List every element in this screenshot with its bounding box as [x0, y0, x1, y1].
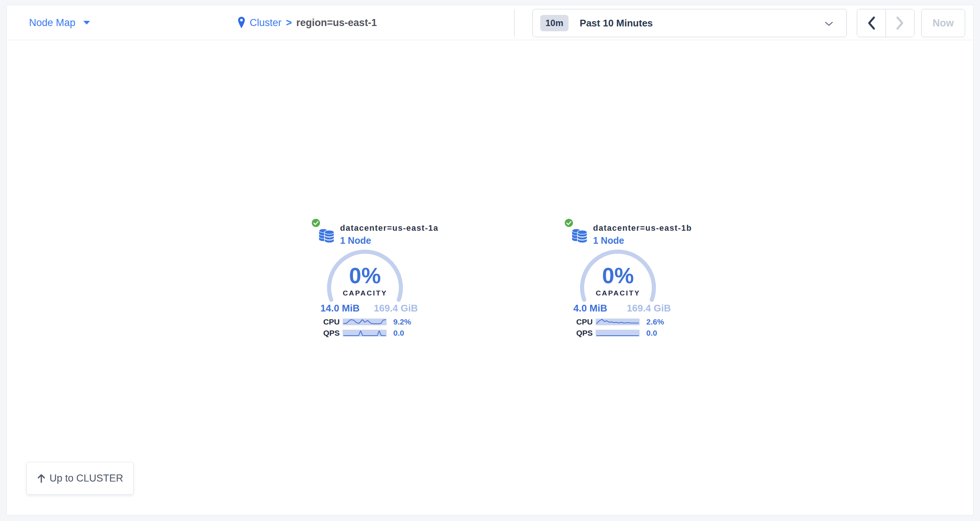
chevron-left-icon: [867, 16, 876, 30]
cpu-label: CPU: [298, 317, 340, 327]
breadcrumb-separator: >: [286, 17, 292, 29]
up-to-cluster-label: Up to CLUSTER: [49, 473, 123, 484]
cpu-metric-row: CPU 2.6%: [551, 317, 685, 327]
cpu-label: CPU: [551, 317, 593, 327]
cpu-sparkline: [596, 319, 640, 325]
capacity-total-value: 169.4 GiB: [627, 303, 671, 313]
qps-sparkline: [343, 330, 387, 336]
capacity-values-row: 4.0 MiB 169.4 GiB: [573, 303, 671, 313]
cpu-value: 9.2%: [393, 317, 411, 327]
view-switcher-label: Node Map: [29, 17, 76, 29]
arrow-up-icon: [37, 473, 46, 483]
breadcrumb: Cluster > region=us-east-1: [238, 5, 377, 40]
capacity-percentage: 0%: [298, 264, 432, 288]
up-to-cluster-button[interactable]: Up to CLUSTER: [26, 462, 134, 495]
cpu-metric-row: CPU 9.2%: [298, 317, 432, 327]
datacenter-title: datacenter=us-east-1b: [593, 223, 692, 233]
capacity-values-row: 14.0 MiB 169.4 GiB: [320, 303, 418, 313]
qps-metric-row: QPS 0.0: [298, 328, 432, 338]
datacenter-title: datacenter=us-east-1a: [340, 223, 438, 233]
qps-value: 0.0: [393, 328, 404, 338]
map-header: Node Map Cluster > region=us-east-1 10m …: [7, 5, 973, 40]
capacity-label: CAPACITY: [298, 289, 432, 297]
capacity-used-value: 4.0 MiB: [573, 303, 607, 313]
time-step-forward-button[interactable]: [886, 9, 914, 37]
breadcrumb-current: region=us-east-1: [296, 17, 377, 29]
qps-label: QPS: [551, 328, 593, 338]
time-range-badge: 10m: [540, 15, 568, 31]
capacity-total-value: 169.4 GiB: [374, 303, 418, 313]
qps-label: QPS: [298, 328, 340, 338]
time-step-back-button[interactable]: [857, 9, 886, 37]
caret-down-icon: [83, 21, 91, 25]
qps-sparkline: [596, 330, 640, 336]
datacenter-node-count: 1 Node: [593, 235, 624, 246]
datacenter-node-count: 1 Node: [340, 235, 371, 246]
chevron-down-icon: [825, 22, 833, 26]
capacity-used-value: 14.0 MiB: [320, 303, 360, 313]
node-map-page: Node Map Cluster > region=us-east-1 10m …: [0, 0, 980, 521]
now-button[interactable]: Now: [921, 9, 965, 37]
time-range-label: Past 10 Minutes: [580, 18, 653, 29]
capacity-label: CAPACITY: [551, 289, 685, 297]
location-pin-icon: [238, 16, 245, 29]
qps-metric-row: QPS 0.0: [551, 328, 685, 338]
header-divider: [514, 9, 515, 37]
time-step-buttons: [857, 9, 915, 37]
datacenter-card[interactable]: datacenter=us-east-1a 1 Node 0% CAPACITY…: [298, 218, 432, 345]
capacity-percentage: 0%: [551, 264, 685, 288]
datacenter-icon: [318, 226, 335, 243]
breadcrumb-cluster-link[interactable]: Cluster: [250, 17, 282, 29]
cpu-value: 2.6%: [646, 317, 664, 327]
time-range-dropdown[interactable]: 10m Past 10 Minutes: [532, 9, 847, 37]
view-switcher-dropdown[interactable]: Node Map: [29, 5, 91, 40]
qps-value: 0.0: [646, 328, 657, 338]
datacenter-icon: [571, 226, 588, 243]
chevron-right-icon: [896, 16, 904, 30]
cpu-sparkline: [343, 319, 387, 325]
datacenter-card[interactable]: datacenter=us-east-1b 1 Node 0% CAPACITY…: [551, 218, 685, 345]
content-surface: Node Map Cluster > region=us-east-1 10m …: [6, 5, 974, 515]
